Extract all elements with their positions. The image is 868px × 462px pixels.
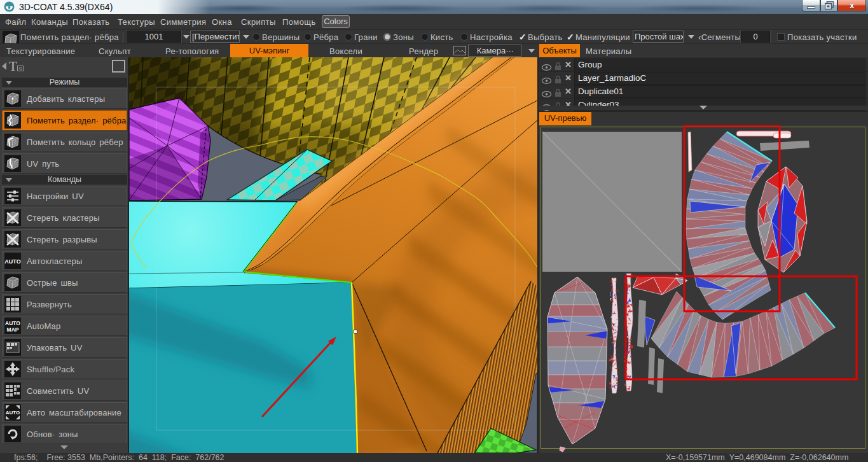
svg-text:AUTO: AUTO xyxy=(5,320,20,326)
svg-text:AUTO: AUTO xyxy=(6,410,20,416)
svg-text:MAP: MAP xyxy=(7,326,19,333)
svg-text:AUTO: AUTO xyxy=(4,258,20,265)
